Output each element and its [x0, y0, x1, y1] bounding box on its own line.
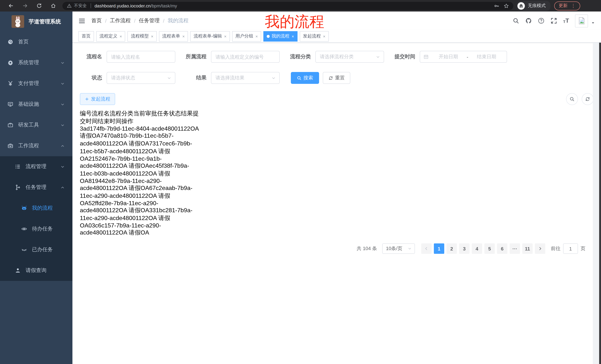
- magnifier-icon: [297, 76, 302, 80]
- result-label: 结果: [179, 75, 211, 81]
- chevron-down-icon: [271, 76, 276, 80]
- tab-我的流程[interactable]: 我的流程×: [263, 31, 297, 41]
- breadcrumb-item[interactable]: 任务管理: [139, 18, 160, 24]
- category-placeholder: 请选择流程分类: [320, 53, 354, 60]
- close-icon[interactable]: ×: [182, 34, 185, 38]
- category-select[interactable]: 请选择流程分类: [315, 51, 384, 63]
- star-icon[interactable]: [504, 3, 509, 8]
- sidebar-item-基础设施[interactable]: 基础设施: [0, 94, 72, 115]
- avatar[interactable]: [575, 14, 588, 27]
- sidebar-item-工作流程[interactable]: 工作流程: [0, 135, 72, 156]
- sidebar-logo-row[interactable]: 芋道管理系统: [0, 11, 72, 31]
- breadcrumb-item[interactable]: 首页: [91, 18, 102, 24]
- tab-首页[interactable]: 首页: [78, 31, 94, 41]
- search-button[interactable]: 搜索: [291, 72, 319, 84]
- next-page-button[interactable]: [535, 243, 545, 254]
- pagination-total: 共 104 条: [357, 245, 377, 252]
- goto-page-input[interactable]: [563, 243, 578, 254]
- monitor-icon: [7, 101, 13, 107]
- browser-update-button[interactable]: 更新 ⋮: [554, 1, 580, 10]
- close-icon[interactable]: ×: [291, 34, 294, 38]
- caret-down-icon[interactable]: [591, 21, 595, 25]
- page-button-6[interactable]: 6: [497, 243, 507, 254]
- tab-流程表单[interactable]: 流程表单×: [159, 31, 188, 41]
- app-title: 芋道管理系统: [29, 18, 61, 25]
- page-button-3[interactable]: 3: [459, 243, 470, 254]
- search-icon[interactable]: [513, 18, 519, 24]
- browser-back-button[interactable]: [6, 2, 16, 9]
- annotation-overlay: 我的流程: [265, 11, 324, 32]
- filter-row-2: 状态 请选择状态 结果 请选择流结果 搜索: [80, 72, 594, 84]
- tab-流程模型[interactable]: 流程模型×: [128, 31, 157, 41]
- process-name-input[interactable]: [107, 51, 175, 63]
- plus-icon: [85, 97, 89, 101]
- sidebar-item-研发工具[interactable]: 研发工具: [0, 115, 72, 135]
- browser-reload-button[interactable]: [34, 2, 44, 9]
- close-icon[interactable]: ×: [151, 34, 153, 38]
- font-size-icon[interactable]: TT: [563, 18, 569, 24]
- result-select[interactable]: 请选择流结果: [211, 72, 280, 84]
- close-icon[interactable]: ×: [224, 34, 227, 38]
- key-icon[interactable]: [494, 3, 499, 8]
- tab-发起流程[interactable]: 发起流程×: [300, 31, 329, 41]
- incognito-badge: 无痕模式: [517, 0, 551, 11]
- refresh-icon: [328, 76, 333, 80]
- breadcrumb-item[interactable]: 工作流程: [110, 18, 131, 24]
- page: 不安全 dashboard.yudao.iocoder.cn /bpm/task…: [0, 0, 601, 364]
- page-size-select[interactable]: 10条/页: [382, 243, 415, 254]
- sidebar-item-任务管理[interactable]: 任务管理: [0, 177, 72, 198]
- page-button-1[interactable]: 1: [434, 243, 444, 254]
- address-bar[interactable]: 不安全 dashboard.yudao.iocoder.cn /bpm/task…: [62, 2, 513, 10]
- process-def-input[interactable]: [211, 51, 280, 63]
- more-pages-button[interactable]: ···: [510, 243, 520, 254]
- start-date-placeholder: 开始日期: [432, 53, 465, 60]
- goto-label: 前往: [551, 245, 561, 252]
- hamburger-icon[interactable]: [78, 17, 85, 24]
- update-label: 更新: [559, 3, 568, 9]
- close-icon[interactable]: ×: [323, 34, 325, 38]
- sidebar-item-首页[interactable]: 首页: [0, 31, 72, 52]
- prev-page-button[interactable]: [421, 243, 432, 254]
- chevron-up-icon: [60, 144, 65, 148]
- tab-流程定义[interactable]: 流程定义×: [96, 31, 125, 41]
- github-icon[interactable]: [525, 18, 532, 24]
- close-icon[interactable]: ×: [120, 34, 122, 38]
- sidebar-item-我的流程[interactable]: 我的流程: [0, 198, 72, 219]
- chevron-down-icon: [60, 164, 65, 169]
- refresh-table-button[interactable]: [582, 93, 594, 105]
- navbar: 首页/工作流程/任务管理/我的流程 TT: [72, 11, 601, 30]
- page-button-4[interactable]: 4: [472, 243, 482, 254]
- browser-menu-icon[interactable]: ⋮: [571, 3, 576, 8]
- browser-home-button[interactable]: [48, 2, 58, 9]
- page-button-5[interactable]: 5: [484, 243, 495, 254]
- toggle-search-button[interactable]: [566, 93, 578, 105]
- breadcrumb-separator: /: [134, 18, 136, 24]
- sidebar-item-系统管理[interactable]: 系统管理: [0, 52, 72, 73]
- browser-forward-button[interactable]: [20, 2, 30, 9]
- sidebar-item-已办任务[interactable]: 已办任务: [0, 239, 72, 260]
- sidebar-item-支付管理[interactable]: 支付管理: [0, 73, 72, 94]
- tab-用户分组[interactable]: 用户分组×: [232, 31, 261, 41]
- fullscreen-icon[interactable]: [551, 18, 557, 24]
- submit-time-range-picker[interactable]: 开始日期 - 结束日期: [420, 51, 507, 63]
- gear-icon: [7, 60, 13, 66]
- tab-流程表单-编辑[interactable]: 流程表单-编辑×: [190, 31, 230, 41]
- breadcrumb: 首页/工作流程/任务管理/我的流程: [91, 18, 189, 24]
- sidebar-item-请假查询[interactable]: 请假查询: [0, 260, 72, 281]
- scrollbar[interactable]: [599, 43, 601, 364]
- toolbox-icon: [7, 122, 13, 128]
- warning-icon: [67, 3, 72, 8]
- status-select[interactable]: 请选择状态: [107, 72, 175, 84]
- reset-button[interactable]: 重置: [323, 72, 350, 84]
- result-placeholder: 请选择流结果: [215, 75, 244, 81]
- help-icon[interactable]: [538, 18, 545, 24]
- url-host: dashboard.yudao.iocoder.cn: [95, 3, 151, 8]
- forward-arrow-icon: [22, 3, 28, 9]
- sidebar-item-流程管理[interactable]: 流程管理: [0, 156, 72, 177]
- sidebar-item-待办任务[interactable]: 待办任务: [0, 219, 72, 239]
- create-process-button[interactable]: 发起流程: [80, 93, 115, 105]
- goto-suffix: 页: [581, 245, 585, 252]
- page-button-11[interactable]: 11: [522, 243, 533, 254]
- close-icon[interactable]: ×: [256, 34, 258, 38]
- page-button-2[interactable]: 2: [446, 243, 457, 254]
